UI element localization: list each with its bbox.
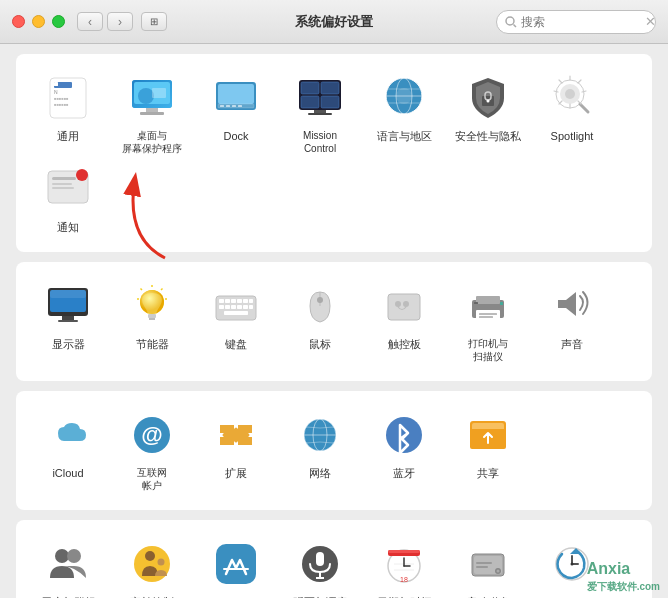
svg-rect-14	[152, 88, 166, 98]
app-datetime[interactable]: 18 日期与时间	[362, 538, 446, 598]
spotlight-label: Spotlight	[551, 129, 594, 143]
app-sound[interactable]: 声音	[530, 280, 614, 351]
trackpad-label: 触控板	[388, 337, 421, 351]
svg-rect-56	[149, 318, 155, 320]
svg-rect-52	[50, 290, 86, 298]
language-icon	[378, 72, 430, 124]
energy-label: 节能器	[136, 337, 169, 351]
app-icloud[interactable]: iCloud	[26, 409, 110, 480]
svg-rect-87	[474, 302, 478, 304]
forward-button[interactable]: ›	[107, 12, 133, 31]
svg-point-98	[67, 549, 81, 563]
app-keyboard[interactable]: 键盘	[194, 280, 278, 351]
svg-rect-110	[388, 550, 420, 553]
search-box[interactable]: ✕	[496, 10, 656, 34]
maximize-button[interactable]	[52, 15, 65, 28]
app-dictation[interactable]: 听写与语音	[278, 538, 362, 598]
svg-rect-102	[216, 544, 256, 584]
mission-icon	[294, 72, 346, 124]
startup-icon	[462, 538, 514, 590]
app-energy[interactable]: 节能器	[110, 280, 194, 351]
dock-label: Dock	[223, 129, 248, 143]
app-users[interactable]: 用户与群组	[26, 538, 110, 598]
svg-rect-121	[476, 566, 488, 568]
app-sharing[interactable]: 共享	[446, 409, 530, 480]
svg-rect-18	[220, 105, 224, 107]
search-clear-button[interactable]: ✕	[645, 14, 656, 29]
parental-icon	[126, 538, 178, 590]
security-label: 安全性与隐私	[455, 129, 521, 143]
svg-line-58	[161, 289, 163, 291]
search-input[interactable]	[521, 15, 641, 29]
app-bluetooth[interactable]: 蓝牙	[362, 409, 446, 480]
app-appstore[interactable]: App Store	[194, 538, 278, 598]
app-spotlight[interactable]: Spotlight	[530, 72, 614, 143]
app-mission[interactable]: Mission Control	[278, 72, 362, 155]
app-network[interactable]: 网络	[278, 409, 362, 480]
sharing-icon	[462, 409, 514, 461]
svg-rect-10	[146, 108, 158, 112]
printer-icon	[462, 280, 514, 332]
section-personal: N ■■■■■■ ■■■■■■ 通用	[16, 54, 652, 252]
appstore-icon	[210, 538, 262, 590]
svg-rect-72	[237, 305, 242, 309]
titlebar: ‹ › ⊞ 系统偏好设置 ✕	[0, 0, 668, 44]
svg-point-126	[571, 563, 574, 566]
app-general[interactable]: N ■■■■■■ ■■■■■■ 通用	[26, 72, 110, 143]
svg-rect-73	[243, 305, 248, 309]
watermark: Anxia 爱下载软件.com	[587, 560, 660, 594]
app-mouse[interactable]: 鼠标	[278, 280, 362, 351]
traffic-lights	[12, 15, 65, 28]
svg-text:■■■■■■: ■■■■■■	[54, 102, 69, 107]
app-notification[interactable]: 通知	[26, 163, 110, 234]
icloud-icon	[42, 409, 94, 461]
trackpad-icon	[378, 280, 430, 332]
svg-rect-74	[249, 305, 253, 309]
svg-rect-27	[314, 110, 326, 113]
app-dock[interactable]: Dock	[194, 72, 278, 143]
svg-point-77	[317, 297, 323, 303]
bluetooth-label: 蓝牙	[393, 466, 415, 480]
keyboard-label: 键盘	[225, 337, 247, 351]
app-printer[interactable]: 打印机与 扫描仪	[446, 280, 530, 363]
app-security[interactable]: 安全性与隐私	[446, 72, 530, 143]
svg-text:@: @	[141, 422, 162, 447]
internet-icon: @	[126, 409, 178, 461]
app-internet[interactable]: @ 互联网 帐户	[110, 409, 194, 492]
app-language[interactable]: 语言与地区	[362, 72, 446, 143]
language-label: 语言与地区	[377, 129, 432, 143]
minimize-button[interactable]	[32, 15, 45, 28]
close-button[interactable]	[12, 15, 25, 28]
desktop-label: 桌面与 屏幕保护程序	[122, 129, 182, 155]
grid-button[interactable]: ⊞	[141, 12, 167, 31]
display-label: 显示器	[52, 337, 85, 351]
desktop-icon	[126, 72, 178, 124]
dock-icon	[210, 72, 262, 124]
network-icon	[294, 409, 346, 461]
svg-rect-50	[62, 316, 74, 320]
app-parental[interactable]: 家长控制	[110, 538, 194, 598]
app-trackpad[interactable]: 触控板	[362, 280, 446, 351]
svg-rect-65	[231, 299, 236, 303]
svg-text:N: N	[54, 89, 58, 95]
notification-icon	[42, 163, 94, 215]
svg-point-0	[506, 17, 514, 25]
svg-rect-51	[58, 320, 78, 322]
app-desktop[interactable]: 桌面与 屏幕保护程序	[110, 72, 194, 155]
section-internet: iCloud @ 互联网 帐户 扩展	[16, 391, 652, 510]
energy-icon	[126, 280, 178, 332]
svg-rect-63	[219, 299, 224, 303]
sharing-label: 共享	[477, 466, 499, 480]
app-startup[interactable]: 启动磁盘	[446, 538, 530, 598]
svg-rect-64	[225, 299, 230, 303]
app-display[interactable]: 显示器	[26, 280, 110, 351]
svg-rect-11	[140, 112, 164, 115]
extensions-label: 扩展	[225, 466, 247, 480]
svg-rect-67	[243, 299, 248, 303]
svg-point-101	[158, 559, 165, 566]
back-button[interactable]: ‹	[77, 12, 103, 31]
app-extensions[interactable]: 扩展	[194, 409, 278, 480]
svg-rect-120	[476, 562, 492, 564]
svg-point-80	[403, 301, 409, 307]
svg-rect-84	[479, 313, 497, 315]
